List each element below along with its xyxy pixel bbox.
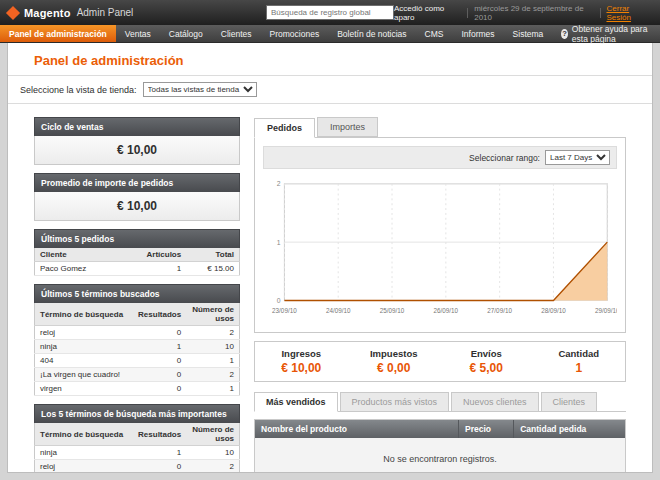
chart-toolbar: Seleccionar rango: Last 7 Days	[263, 146, 617, 169]
store-view-bar: Seleccione la vista de tienda: Todas las…	[8, 76, 652, 104]
table-cell: 0	[133, 460, 186, 474]
tab-importes[interactable]: Importes	[317, 117, 378, 137]
table-row: reloj02	[35, 460, 240, 474]
grid-tab-2[interactable]: Nuevos clientes	[451, 392, 539, 411]
store-view-select[interactable]: Todas las vistas de tienda	[143, 82, 257, 97]
nav-item-2[interactable]: Catálogo	[160, 25, 212, 42]
page-help-link[interactable]: ? Obtener ayuda para esta página	[552, 25, 660, 42]
table-header-row: ClienteArtículosTotal	[35, 248, 240, 262]
totals-row: Ingresos€ 10,00Impuestos€ 0,00Envíos€ 5,…	[254, 341, 626, 382]
nav-item-3[interactable]: Clientes	[212, 25, 261, 42]
grid-column-header: Nombre del producto	[255, 420, 459, 438]
column-header: Resultados	[133, 303, 186, 326]
table-cell: ninja	[35, 340, 133, 354]
content-header: Panel de administración	[8, 43, 652, 76]
table-cell: 404	[35, 354, 133, 368]
global-search-input[interactable]	[266, 5, 394, 20]
nav-item-0[interactable]: Panel de administración	[0, 25, 116, 42]
data-table: Término de búsquedaResultadosNúmero de u…	[34, 303, 240, 396]
lifetime-sales-amount: € 10,00	[34, 136, 240, 165]
main-nav: Panel de administraciónVentasCatálogoCli…	[0, 25, 660, 43]
nav-item-8[interactable]: Sistema	[504, 25, 553, 42]
total-label: Impuestos	[348, 348, 441, 359]
data-table: Término de búsquedaResultadosNúmero de u…	[34, 423, 240, 473]
help-label: Obtener ayuda para esta página	[572, 24, 651, 44]
grid-empty-row: No se encontraron registros.	[255, 438, 625, 473]
column-header: Total	[186, 248, 239, 262]
column-header: Cliente	[35, 248, 133, 262]
top-search-terms: Término de búsquedaResultadosNúmero de u…	[34, 423, 240, 473]
total-value: 1	[533, 361, 626, 375]
data-table: ClienteArtículosTotalPaco Gomez1€ 15.00	[34, 248, 240, 276]
logged-in-as: Accedió como aparo	[394, 4, 461, 22]
table-cell: 0	[133, 354, 186, 368]
total-cell: Envíos€ 5,00	[440, 348, 533, 375]
panel-title: Últimos 5 términos buscados	[34, 284, 240, 303]
table-header-row: Término de búsquedaResultadosNúmero de u…	[35, 303, 240, 326]
products-grid-table: Nombre del productoPrecioCantidad pedida…	[255, 420, 625, 473]
table-cell: 2	[186, 326, 239, 340]
table-cell: 1	[186, 382, 239, 396]
total-label: Ingresos	[255, 348, 348, 359]
table-cell: reloj	[35, 460, 133, 474]
total-cell: Ingresos€ 10,00	[255, 348, 348, 375]
last-search-terms: Término de búsquedaResultadosNúmero de u…	[34, 303, 240, 396]
svg-text:27/09/10: 27/09/10	[487, 307, 512, 314]
dashboard: Ciclo de ventas € 10,00 Promedio de impo…	[8, 104, 652, 473]
main-nav-items: Panel de administraciónVentasCatálogoCli…	[0, 25, 552, 42]
panel-last-search-terms: Últimos 5 términos buscados Término de b…	[34, 284, 240, 396]
svg-text:1: 1	[277, 239, 281, 246]
table-row: 40401	[35, 354, 240, 368]
table-cell: ninja	[35, 446, 133, 460]
dashboard-tabs: Pedidos Importes	[254, 117, 626, 137]
table-cell: 0	[133, 382, 186, 396]
tab-pedidos[interactable]: Pedidos	[254, 118, 315, 138]
nav-item-5[interactable]: Boletín de noticias	[328, 25, 415, 42]
orders-chart: 01223/09/1024/09/1025/09/1026/09/1027/09…	[263, 176, 617, 324]
table-cell: 1	[133, 340, 186, 354]
average-orders-amount: € 10,00	[34, 192, 240, 221]
svg-text:26/09/10: 26/09/10	[434, 307, 459, 314]
chart-panel: Seleccionar rango: Last 7 Days 01223/09/…	[254, 137, 626, 333]
table-cell: 1	[186, 354, 239, 368]
logout-link[interactable]: Cerrar Sesión	[606, 4, 652, 22]
panel-title: Últimos 5 pedidos	[34, 229, 240, 248]
table-cell: 2	[186, 460, 239, 474]
nav-item-7[interactable]: Informes	[453, 25, 504, 42]
grid-empty-message: No se encontraron registros.	[255, 438, 625, 473]
table-row: ninja110	[35, 446, 240, 460]
table-cell: reloj	[35, 326, 133, 340]
panel-last-orders: Últimos 5 pedidos ClienteArtículosTotalP…	[34, 229, 240, 276]
svg-text:24/09/10: 24/09/10	[326, 307, 351, 314]
column-header: Término de búsqueda	[35, 423, 133, 446]
panel-average-orders: Promedio de importe de pedidos € 10,00	[34, 173, 240, 221]
page-title: Panel de administración	[34, 53, 184, 68]
table-cell: 1	[133, 446, 186, 460]
dashboard-right-column: Pedidos Importes Seleccionar rango: Last…	[254, 117, 626, 473]
table-row: Paco Gomez1€ 15.00	[35, 262, 240, 276]
table-cell: 0	[133, 326, 186, 340]
table-cell: 2	[186, 368, 239, 382]
dashboard-left-column: Ciclo de ventas € 10,00 Promedio de impo…	[34, 117, 240, 473]
header-user-area: Accedió como aparo miércoles 29 de septi…	[394, 4, 652, 22]
table-header-row: Término de búsquedaResultadosNúmero de u…	[35, 423, 240, 446]
grid-tab-0[interactable]: Más vendidos	[254, 392, 338, 412]
magento-logo-icon	[6, 5, 20, 19]
table-row: virgen01	[35, 382, 240, 396]
total-cell: Impuestos€ 0,00	[348, 348, 441, 375]
grid-tab-1[interactable]: Productos más vistos	[340, 392, 450, 411]
range-label: Seleccionar rango:	[469, 153, 540, 163]
products-grid: Nombre del productoPrecioCantidad pedida…	[254, 419, 626, 473]
panel-top-search-terms: Los 5 términos de búsqueda más important…	[34, 404, 240, 473]
top-header: Magento Admin Panel Accedió como aparo m…	[0, 0, 660, 25]
nav-item-1[interactable]: Ventas	[116, 25, 160, 42]
nav-item-4[interactable]: Promociones	[261, 25, 329, 42]
range-select[interactable]: Last 7 Days	[545, 150, 610, 165]
svg-text:25/09/10: 25/09/10	[380, 307, 405, 314]
grid-tab-3[interactable]: Clientes	[541, 392, 598, 411]
total-label: Cantidad	[533, 348, 626, 359]
total-cell: Cantidad1	[533, 348, 626, 375]
nav-item-6[interactable]: CMS	[416, 25, 453, 42]
grid-column-header: Cantidad pedida	[514, 420, 625, 438]
grid-tabs: Más vendidosProductos más vistosNuevos c…	[254, 392, 626, 412]
